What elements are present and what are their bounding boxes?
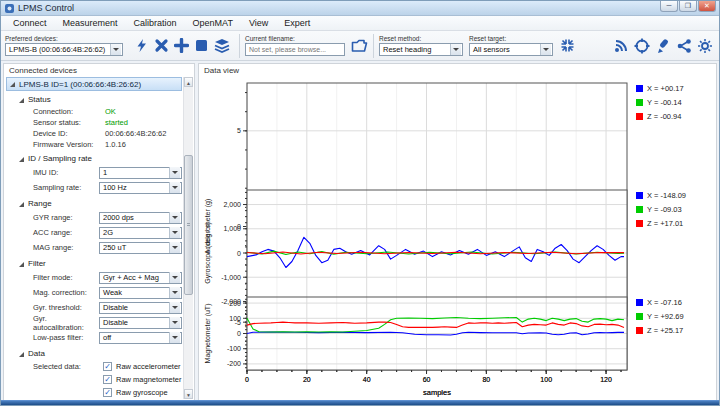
stop-square-icon[interactable] [193, 37, 210, 54]
legend-text: X = +00.17 [647, 84, 684, 93]
sun-settings-icon[interactable] [696, 38, 713, 55]
menu-item-expert[interactable]: Expert [276, 16, 318, 31]
sampling-rate-select[interactable]: 100 Hz [99, 182, 182, 194]
info-label: Firmware Version: [33, 140, 105, 149]
gyr-threshold-select[interactable]: Disable [99, 302, 182, 314]
checkbox-raw-accelerometer[interactable]: ✓Raw accelerometer [103, 361, 181, 372]
expand-triangle-icon[interactable] [19, 98, 24, 103]
info-label: Connection: [33, 107, 105, 116]
combo-value: 2000 dps [100, 213, 169, 222]
combo-value: 2G [100, 228, 169, 237]
checkbox-raw-gyroscope[interactable]: ✓Raw gyroscope [103, 387, 181, 398]
reset-target-value: All sensors [470, 45, 540, 54]
add-device-plus-icon[interactable] [173, 37, 190, 54]
acc-range-select[interactable]: 2G [99, 227, 182, 239]
reset-method-select[interactable]: Reset heading [379, 43, 463, 56]
browse-folder-icon[interactable] [351, 37, 368, 54]
combo-value: 250 uT [100, 243, 169, 252]
expand-triangle-icon[interactable] [19, 262, 24, 267]
svg-text:100: 100 [540, 376, 552, 383]
low-pass-filter-select[interactable]: off [99, 332, 182, 344]
reset-method-label: Reset method: [379, 35, 463, 42]
selected-data-row: Selected data:✓Raw accelerometer✓Raw mag… [33, 361, 182, 398]
menu-item-measurement[interactable]: Measurement [55, 16, 126, 31]
legend-entry-y: Y = -00.14 [630, 98, 714, 107]
combo-value: 1 [100, 168, 169, 177]
expand-triangle-icon[interactable] [10, 82, 15, 87]
reset-target-label: Reset target: [469, 35, 553, 42]
legend-swatch-z [636, 327, 643, 334]
section-status[interactable]: Status [17, 93, 182, 106]
filter-mode-select[interactable]: Gyr + Acc + Mag [99, 272, 182, 284]
section-id-sampling-rate[interactable]: ID / Sampling rate [17, 152, 182, 165]
share-nodes-icon[interactable] [675, 38, 692, 55]
device-tree-item[interactable]: LPMS-B ID=1 (00:06:66:4B:26:62) [6, 77, 182, 91]
field-row-acc-range: ACC range:2G [33, 225, 182, 240]
gyroscope-chart: 0204060801001202,0001,0000-1,000-2,000Gy… [201, 184, 630, 291]
expand-triangle-icon[interactable] [19, 202, 24, 207]
svg-text:80: 80 [482, 376, 490, 383]
windows-taskbar[interactable] [1, 400, 719, 405]
legend-entry-y: Y = -09.03 [630, 205, 714, 214]
mag-range-select[interactable]: 250 uT [99, 242, 182, 254]
svg-text:100: 100 [229, 315, 241, 322]
menu-item-openmat[interactable]: OpenMAT [185, 16, 241, 31]
close-button[interactable]: ✕ [698, 1, 716, 12]
selected-data-label: Selected data: [33, 361, 103, 398]
section-filter[interactable]: Filter [17, 257, 182, 270]
scroll-down-icon[interactable]: ▼ [184, 389, 193, 399]
disconnect-x-icon[interactable] [153, 37, 170, 54]
preferred-devices-select[interactable]: LPMS-B (00:06:66:4B:26:62) [5, 43, 123, 56]
combo-value: Gyr + Acc + Mag [100, 273, 169, 282]
imu-id-select[interactable]: 1 [99, 167, 182, 179]
legend-text: Y = -00.14 [647, 98, 682, 107]
magnetometer-legend: X = -07.16Y = +92.69Z = +25.17 [630, 291, 714, 398]
gyr-autocalibration-select[interactable]: Disable [99, 317, 182, 329]
svg-text:5: 5 [237, 127, 241, 134]
maximize-button[interactable]: ❐ [679, 1, 697, 12]
svg-text:20: 20 [303, 376, 311, 383]
collapse-view-icon[interactable] [559, 37, 576, 54]
scroll-up-icon[interactable]: ▲ [184, 77, 193, 87]
checkbox-icon[interactable]: ✓ [103, 375, 112, 384]
connect-lightning-icon[interactable] [133, 37, 150, 54]
section-title: ID / Sampling rate [28, 154, 92, 163]
layers-icon[interactable] [213, 37, 230, 54]
device-tree: LPMS-B ID=1 (00:06:66:4B:26:62)StatusCon… [6, 77, 182, 398]
checkbox-raw-magnetometer[interactable]: ✓Raw magnetometer [103, 374, 181, 385]
section-title: Status [28, 95, 51, 104]
field-row-mag-range: MAG range:250 uT [33, 240, 182, 255]
svg-text:120: 120 [600, 376, 612, 383]
section-range[interactable]: Range [17, 197, 182, 210]
info-row-firmware-version: Firmware Version:1.0.16 [33, 139, 182, 150]
scrollbar-thumb[interactable] [184, 155, 193, 295]
toolbar-separator [239, 34, 240, 58]
checkbox-icon[interactable]: ✓ [103, 388, 112, 397]
chevron-down-icon [540, 44, 551, 55]
expand-triangle-icon[interactable] [19, 352, 24, 357]
legend-entry-x: X = +00.17 [630, 84, 714, 93]
checkbox-icon[interactable]: ✓ [103, 362, 112, 371]
menu-item-calibration[interactable]: Calibration [126, 16, 185, 31]
toolbar-separator [373, 34, 374, 58]
section-data[interactable]: Data [17, 347, 182, 360]
svg-text:200: 200 [229, 300, 241, 307]
expand-triangle-icon[interactable] [19, 157, 24, 162]
crosshair-target-icon[interactable] [633, 38, 650, 55]
menu-item-view[interactable]: View [241, 16, 276, 31]
wireless-rss-icon[interactable] [612, 38, 629, 55]
reset-target-select[interactable]: All sensors [469, 43, 553, 56]
pen-icon[interactable] [654, 38, 671, 55]
checkbox-label: Raw gyroscope [116, 388, 168, 397]
minimize-button[interactable]: ─ [660, 1, 678, 12]
info-row-device-id: Device ID:00:06:66:4B:26:62 [33, 128, 182, 139]
charts-container: 02040608010012050-5Accelerometer (g)samp… [201, 77, 714, 398]
app-icon [4, 3, 15, 14]
info-value: started [105, 118, 128, 127]
mag-correction-select[interactable]: Weak [99, 287, 182, 299]
sidebar-scrollbar[interactable]: ▲ ▼ [183, 77, 193, 399]
titlebar[interactable]: LPMS Control ─ ❐ ✕ [1, 1, 719, 16]
gyr-range-select[interactable]: 2000 dps [99, 212, 182, 224]
current-filename-field[interactable]: Not set, please browse... [245, 43, 345, 56]
menu-item-connect[interactable]: Connect [5, 16, 55, 31]
